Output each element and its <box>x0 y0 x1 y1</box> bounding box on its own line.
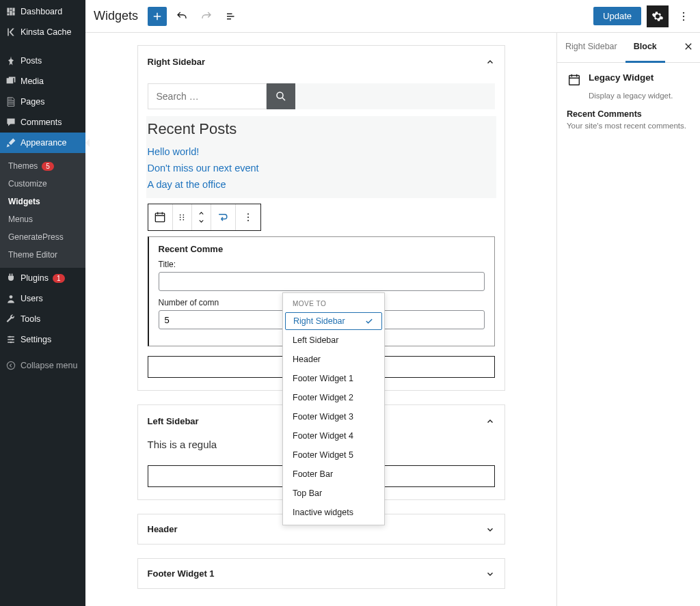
sidebar-item-collapse[interactable]: Collapse menu <box>0 355 85 376</box>
move-to-popover: MOVE TO Right Sidebar Left Sidebar Heade… <box>282 292 385 525</box>
sidebar-item-posts[interactable]: Posts <box>0 51 85 71</box>
svg-point-5 <box>683 12 684 13</box>
svg-point-17 <box>247 217 249 218</box>
drag-handle[interactable] <box>173 204 192 230</box>
close-icon <box>684 42 693 51</box>
submenu-customize[interactable]: Customize <box>0 175 85 193</box>
area-title: Left Sidebar <box>148 416 199 426</box>
chevron-down-icon <box>485 569 495 579</box>
sidebar-item-users[interactable]: Users <box>0 288 85 309</box>
svg-point-15 <box>183 219 184 221</box>
settings-button[interactable] <box>647 5 669 27</box>
tab-block[interactable]: Block <box>625 33 665 63</box>
submenu-widgets[interactable]: Widgets <box>0 193 85 210</box>
page-title: Widgets <box>92 9 142 23</box>
move-option[interactable]: Footer Widget 4 <box>283 426 384 445</box>
dashboard-icon <box>5 6 16 17</box>
area-title: Right Sidebar <box>148 57 206 67</box>
widget-heading: Recent Comme <box>159 244 485 254</box>
move-option[interactable]: Left Sidebar <box>283 331 384 350</box>
move-option[interactable]: Footer Widget 2 <box>283 388 384 407</box>
sidebar-item-settings[interactable]: Settings <box>0 329 85 350</box>
svg-point-4 <box>7 361 14 369</box>
svg-point-18 <box>247 220 249 221</box>
search-input[interactable] <box>148 83 267 109</box>
move-to-button[interactable] <box>211 204 236 230</box>
svg-rect-19 <box>569 76 580 85</box>
move-option[interactable]: Footer Widget 3 <box>283 407 384 426</box>
calendar-icon <box>153 210 167 224</box>
title-input[interactable] <box>159 272 485 291</box>
gear-icon <box>651 10 664 23</box>
plugin-icon <box>5 273 16 284</box>
recent-posts-block: Recent Posts Hello world! Don't miss our… <box>146 116 496 198</box>
sidebar-item-dashboard[interactable]: Dashboard <box>0 1 85 22</box>
pin-icon <box>5 55 16 66</box>
move-option[interactable]: Top Bar <box>283 484 384 503</box>
add-block-button[interactable] <box>148 7 167 26</box>
move-arrows[interactable] <box>192 204 211 230</box>
move-option[interactable]: Footer Widget 5 <box>283 445 384 465</box>
pages-icon <box>5 96 16 107</box>
move-option[interactable]: Footer Widget 1 <box>283 369 384 388</box>
title-label: Title: <box>159 260 485 269</box>
widget-name: Recent Comments <box>567 109 690 119</box>
sidebar-item-media[interactable]: Media <box>0 71 85 92</box>
sidebar-item-appearance[interactable]: Appearance <box>0 133 85 153</box>
popover-header: MOVE TO <box>283 293 384 312</box>
chevron-up-icon[interactable] <box>485 57 495 67</box>
appearance-submenu: Themes5 Customize Widgets Menus Generate… <box>0 153 85 268</box>
submenu-generatepress[interactable]: GeneratePress <box>0 228 85 246</box>
search-button[interactable] <box>267 83 295 109</box>
block-description: Display a legacy widget. <box>589 92 690 100</box>
tab-right-sidebar[interactable]: Right Sidebar <box>557 33 625 63</box>
sidebar-item-tools[interactable]: Tools <box>0 309 85 329</box>
svg-point-0 <box>10 295 13 299</box>
chevron-down-icon <box>198 217 205 225</box>
users-icon <box>5 293 16 304</box>
svg-point-3 <box>10 342 12 343</box>
svg-point-13 <box>183 215 184 216</box>
svg-point-16 <box>247 213 249 215</box>
post-link[interactable]: Hello world! <box>146 143 496 160</box>
submenu-menus[interactable]: Menus <box>0 210 85 228</box>
sidebar-item-pages[interactable]: Pages <box>0 92 85 112</box>
update-button[interactable]: Update <box>593 7 641 25</box>
move-option-right-sidebar[interactable]: Right Sidebar <box>285 312 382 330</box>
svg-point-8 <box>277 92 283 98</box>
options-button[interactable] <box>674 7 693 26</box>
redo-button[interactable] <box>197 7 216 26</box>
area-title: Header <box>148 524 178 534</box>
block-options-button[interactable] <box>236 204 260 230</box>
move-option[interactable]: Header <box>283 350 384 369</box>
comments-icon <box>5 117 16 128</box>
kinsta-icon <box>5 27 16 38</box>
undo-button[interactable] <box>172 7 191 26</box>
svg-point-2 <box>12 339 13 340</box>
move-option[interactable]: Inactive widgets <box>283 503 384 522</box>
canvas: Right Sidebar Recent Posts Hello world! <box>85 33 556 606</box>
close-inspector-button[interactable] <box>677 42 700 54</box>
recent-posts-heading: Recent Posts <box>146 118 496 143</box>
sidebar-item-plugins[interactable]: Plugins1 <box>0 268 85 288</box>
move-option[interactable]: Footer Bar <box>283 465 384 484</box>
svg-rect-9 <box>155 213 164 222</box>
submenu-theme-editor[interactable]: Theme Editor <box>0 246 85 264</box>
list-view-icon <box>225 10 237 23</box>
svg-point-6 <box>683 15 684 16</box>
block-type-button[interactable] <box>148 204 173 230</box>
area-title: Footer Widget 1 <box>148 568 215 579</box>
chevron-up-icon[interactable] <box>485 417 495 426</box>
post-link[interactable]: A day at the office <box>146 176 496 193</box>
chevron-up-icon <box>198 210 205 217</box>
sidebar-item-comments[interactable]: Comments <box>0 112 85 133</box>
svg-point-11 <box>180 217 181 218</box>
list-view-button[interactable] <box>221 7 241 26</box>
media-icon <box>5 76 16 87</box>
submenu-themes[interactable]: Themes5 <box>0 157 85 175</box>
editor-topbar: Widgets Update <box>85 0 700 33</box>
sidebar-item-kinsta-cache[interactable]: Kinsta Cache <box>0 22 85 42</box>
widget-area-footer-widget-1[interactable]: Footer Widget 1 <box>137 558 505 589</box>
post-link[interactable]: Don't miss our next event <box>146 160 496 176</box>
calendar-icon <box>567 72 582 87</box>
